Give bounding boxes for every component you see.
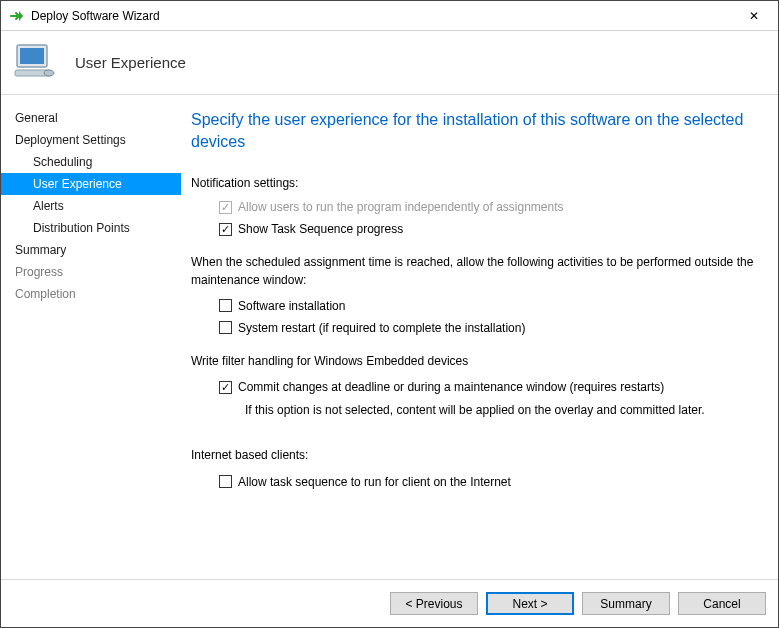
sidebar-item-progress[interactable]: Progress [1,261,181,283]
internet-clients-label: Internet based clients: [191,447,758,464]
svg-rect-1 [20,48,44,64]
row-allow-users: ✓ Allow users to run the program indepen… [219,200,758,214]
sidebar-item-distribution-points[interactable]: Distribution Points [1,217,181,239]
app-arrow-icon [9,8,25,24]
close-icon: ✕ [749,9,759,23]
label-commit-changes: Commit changes at deadline or during a m… [238,380,664,394]
wizard-header: User Experience [1,31,778,95]
content-heading: Specify the user experience for the inst… [191,109,758,152]
wizard-footer: < Previous Next > Summary Cancel [1,579,778,627]
sidebar: General Deployment Settings Scheduling U… [1,95,181,579]
sidebar-item-user-experience[interactable]: User Experience [1,173,181,195]
checkbox-allow-internet[interactable] [219,475,232,488]
label-allow-internet: Allow task sequence to run for client on… [238,475,511,489]
content-pane: Specify the user experience for the inst… [181,95,778,579]
close-button[interactable]: ✕ [731,1,776,30]
notification-settings-label: Notification settings: [191,176,758,190]
row-show-ts[interactable]: ✓ Show Task Sequence progress [219,222,758,236]
sidebar-item-completion[interactable]: Completion [1,283,181,305]
previous-button[interactable]: < Previous [390,592,478,615]
label-show-ts: Show Task Sequence progress [238,222,403,236]
checkbox-show-ts[interactable]: ✓ [219,223,232,236]
computer-icon [11,37,59,88]
row-software-install[interactable]: Software installation [219,299,758,313]
wizard-window: Deploy Software Wizard ✕ User Experience… [0,0,779,628]
checkbox-system-restart[interactable] [219,321,232,334]
sidebar-item-summary[interactable]: Summary [1,239,181,261]
checkbox-software-install[interactable] [219,299,232,312]
window-title: Deploy Software Wizard [31,9,731,23]
label-allow-users: Allow users to run the program independe… [238,200,564,214]
label-software-install: Software installation [238,299,345,313]
sidebar-item-deployment-settings[interactable]: Deployment Settings [1,129,181,151]
cancel-button[interactable]: Cancel [678,592,766,615]
next-button[interactable]: Next > [486,592,574,615]
sidebar-item-alerts[interactable]: Alerts [1,195,181,217]
write-filter-label: Write filter handling for Windows Embedd… [191,353,758,370]
sidebar-item-scheduling[interactable]: Scheduling [1,151,181,173]
row-system-restart[interactable]: System restart (if required to complete … [219,321,758,335]
svg-point-3 [44,70,54,76]
maintenance-window-text: When the scheduled assignment time is re… [191,254,758,289]
checkbox-commit-changes[interactable]: ✓ [219,381,232,394]
label-system-restart: System restart (if required to complete … [238,321,525,335]
commit-helper-text: If this option is not selected, content … [245,402,758,419]
summary-button[interactable]: Summary [582,592,670,615]
row-commit-changes[interactable]: ✓ Commit changes at deadline or during a… [219,380,758,394]
sidebar-item-general[interactable]: General [1,107,181,129]
titlebar: Deploy Software Wizard ✕ [1,1,778,31]
checkbox-allow-users: ✓ [219,201,232,214]
wizard-body: General Deployment Settings Scheduling U… [1,95,778,579]
row-allow-internet[interactable]: Allow task sequence to run for client on… [219,475,758,489]
page-title: User Experience [75,54,186,71]
